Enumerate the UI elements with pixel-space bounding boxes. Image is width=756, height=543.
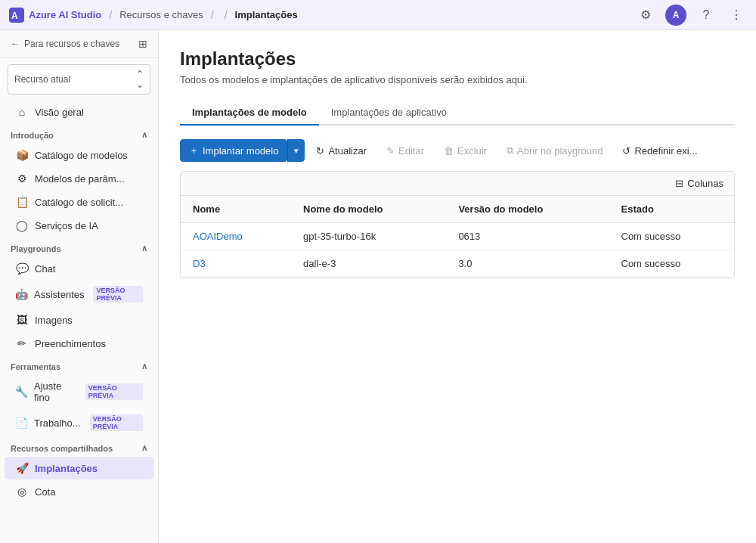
tabs: Implantações de modelo Implantações de a… [180, 101, 735, 126]
sidebar-label-catalogo-modelos: Catálogo de modelos [35, 150, 128, 161]
tab-implantacoes-aplicativo[interactable]: Implantações de aplicativo [319, 101, 459, 126]
back-to-recursos[interactable]: ← Para recursos e chaves ⊞ [0, 30, 158, 58]
cell-nome-2: D3 [181, 250, 291, 278]
delete-icon: 🗑 [444, 145, 454, 157]
cell-nome-1: AOAIDemo [181, 223, 291, 250]
link-d3[interactable]: D3 [193, 258, 206, 269]
quota-icon: ◎ [15, 486, 29, 498]
sidebar-item-cota[interactable]: ◎ Cota [5, 480, 153, 503]
sidebar-label-modelos-param: Modelos de parâm... [35, 173, 125, 185]
open-icon: ⧉ [507, 144, 513, 157]
settings-button[interactable]: ⚙ [635, 5, 656, 26]
sidebar-label-catalogo-solicit: Catálogo de solicit... [35, 197, 123, 208]
sidebar-item-servicos-ia[interactable]: ◯ Serviços de IA [5, 214, 153, 237]
sidebar-item-assistentes[interactable]: 🤖 Assistentes VERSÃO PRÉVIA [5, 281, 153, 308]
sidebar-label-visao-geral: Visão geral [35, 107, 84, 118]
columns-label: Colunas [687, 178, 723, 189]
sidebar-label-chat: Chat [35, 263, 55, 275]
col-versao: Versão do modelo [446, 196, 609, 223]
images-icon: 🖼 [15, 314, 29, 326]
app-name: Azure AI Studio [29, 9, 101, 20]
chat-icon: 💬 [15, 262, 29, 275]
table-row: D3 dall-e-3 3.0 Com sucesso [181, 250, 734, 278]
topbar-icons: ⚙ A ? ⋮ [635, 5, 747, 26]
sep3: / [225, 9, 228, 21]
sidebar-item-imagens[interactable]: 🖼 Imagens [5, 309, 153, 331]
sidebar-item-modelos-param[interactable]: ⚙ Modelos de parâm... [5, 167, 153, 190]
app-logo[interactable]: A Azure AI Studio [9, 8, 101, 23]
sidebar-item-preenchimentos[interactable]: ✏ Preenchimentos [5, 332, 153, 355]
tab-implantacoes-modelo[interactable]: Implantações de modelo [180, 101, 319, 126]
back-extra-icon: ⊞ [138, 38, 147, 50]
sidebar: ← Para recursos e chaves ⊞ Recurso atual… [0, 30, 159, 543]
excluir-button[interactable]: 🗑 Excluir [435, 141, 495, 161]
editar-label: Editar [398, 145, 424, 157]
table-row: AOAIDemo gpt-35-turbo-16k 0613 Com suces… [181, 223, 734, 250]
sidebar-item-catalogo-modelos[interactable]: 📦 Catálogo de modelos [5, 144, 153, 166]
link-aoaidemo[interactable]: AOAIDemo [193, 231, 243, 242]
section-playgrounds-label: Playgrounds [11, 244, 61, 253]
assistants-icon: 🤖 [15, 288, 28, 300]
editar-button[interactable]: ✎ Editar [378, 141, 432, 161]
breadcrumb-implantacoes: Implantações [235, 9, 298, 20]
reset-icon: ↺ [622, 145, 631, 157]
deployments-table: Nome Nome do modelo Versão do modelo Est… [181, 196, 734, 278]
cell-versao-1: 0613 [446, 223, 609, 250]
chevron-icon: ⌃⌄ [136, 69, 144, 90]
atualizar-button[interactable]: ↻ Atualizar [308, 141, 375, 161]
redefinir-button[interactable]: ↺ Redefinir exi... [614, 141, 705, 161]
chevron-up-icon-3: ∧ [141, 361, 147, 371]
main-layout: ← Para recursos e chaves ⊞ Recurso atual… [0, 30, 756, 543]
resource-selector[interactable]: Recurso atual ⌃⌄ [8, 64, 150, 95]
table-header: Nome Nome do modelo Versão do modelo Est… [181, 196, 734, 223]
help-button[interactable]: ? [696, 5, 717, 26]
breadcrumb-recursos[interactable]: Recursos e chaves [119, 9, 203, 20]
section-playgrounds[interactable]: Playgrounds ∧ [0, 237, 158, 256]
finetune-icon: 🔧 [15, 386, 28, 398]
sidebar-label-trabalho: Trabalho... [34, 417, 81, 429]
sidebar-item-catalogo-solicit[interactable]: 📋 Catálogo de solicit... [5, 191, 153, 213]
table-header-row: Nome Nome do modelo Versão do modelo Est… [181, 196, 734, 223]
section-ferramentas[interactable]: Ferramentas ∧ [0, 355, 158, 374]
sidebar-label-ajuste-fino: Ajuste fino [34, 380, 76, 403]
cell-modelo-2: dall-e-3 [291, 250, 446, 278]
sep1: / [109, 9, 112, 21]
chevron-up-icon-2: ∧ [141, 244, 147, 253]
more-options-button[interactable]: ⋮ [726, 5, 747, 26]
topbar: A Azure AI Studio / Recursos e chaves / … [0, 0, 756, 30]
deployments-icon: 🚀 [15, 462, 29, 474]
section-introducao[interactable]: Introdução ∧ [0, 124, 158, 143]
main-content: Implantações Todos os modelos e implanta… [159, 30, 756, 543]
catalog-icon: 📦 [15, 149, 29, 161]
col-estado: Estado [609, 196, 735, 223]
table-body: AOAIDemo gpt-35-turbo-16k 0613 Com suces… [181, 223, 734, 278]
user-avatar[interactable]: A [665, 5, 686, 26]
section-introducao-label: Introdução [11, 131, 54, 140]
sidebar-label-imagens: Imagens [35, 315, 73, 326]
implantar-label: Implantar modelo [203, 145, 278, 157]
cell-estado-1: Com sucesso [609, 223, 735, 250]
page-title: Implantações [180, 48, 735, 70]
sidebar-item-chat[interactable]: 💬 Chat [5, 257, 153, 280]
columns-button[interactable]: ⊟ Colunas [675, 178, 723, 189]
sidebar-item-trabalho[interactable]: 📄 Trabalho... VERSÃO PRÉVIA [5, 409, 153, 436]
excluir-label: Excluir [457, 145, 487, 157]
implantar-modelo-button[interactable]: ＋ Implantar modelo [180, 139, 287, 162]
sidebar-item-visao-geral[interactable]: ⌂ Visão geral [5, 101, 153, 123]
sidebar-label-cota: Cota [35, 486, 55, 498]
sidebar-item-ajuste-fino[interactable]: 🔧 Ajuste fino VERSÃO PRÉVIA [5, 375, 153, 408]
table-header-bar: ⊟ Colunas [181, 172, 734, 196]
sidebar-label-servicos-ia: Serviços de IA [35, 220, 98, 231]
abrir-playground-label: Abrir no playground [517, 145, 603, 157]
svg-text:A: A [11, 11, 18, 21]
logo-icon: A [9, 8, 24, 23]
abrir-playground-button[interactable]: ⧉ Abrir no playground [498, 140, 611, 161]
atualizar-label: Atualizar [328, 145, 367, 157]
implantar-dropdown-button[interactable]: ▾ [287, 139, 305, 162]
sidebar-label-preenchimentos: Preenchimentos [35, 338, 106, 349]
columns-icon: ⊟ [675, 178, 683, 189]
deployments-table-container: ⊟ Colunas Nome Nome do modelo Versão do … [180, 171, 735, 278]
section-recursos[interactable]: Recursos compartilhados ∧ [0, 437, 158, 456]
sidebar-item-implantacoes[interactable]: 🚀 Implantações [5, 457, 153, 479]
ai-icon: ◯ [15, 219, 29, 231]
